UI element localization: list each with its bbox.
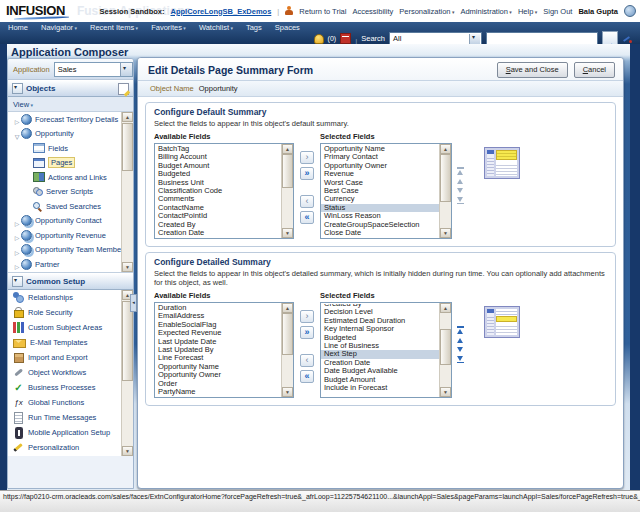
list-option[interactable]: Opportunity Owner: [321, 162, 440, 170]
list-option[interactable]: Budget Amount: [155, 162, 282, 170]
scrollbar-thumb[interactable]: [440, 329, 451, 365]
tree-item-opportunity-contact[interactable]: Opportunity Contact: [8, 214, 133, 229]
common-setup-item-personalization[interactable]: Personalization: [8, 440, 133, 455]
advanced-search-icon[interactable]: [622, 34, 632, 44]
remove-selected-icon[interactable]: ‹: [300, 354, 314, 367]
tree-item-opportunity[interactable]: Opportunity: [8, 127, 133, 142]
menu-favorites[interactable]: Favorites: [151, 23, 186, 32]
new-item-icon[interactable]: [118, 83, 129, 95]
expand-icon[interactable]: [13, 257, 21, 272]
common-setup-item-global-functions[interactable]: ƒxGlobal Functions: [8, 395, 133, 410]
expand-icon[interactable]: [13, 243, 21, 258]
help-menu[interactable]: Help: [518, 7, 537, 16]
common-setup-scrollbar[interactable]: [121, 290, 133, 456]
list-option[interactable]: Budgeted: [155, 170, 282, 178]
scroll-down-icon[interactable]: [440, 228, 451, 238]
menu-home[interactable]: Home: [8, 23, 28, 32]
common-setup-item-business-processes[interactable]: ✓Business Processes: [8, 380, 133, 395]
move-all-icon[interactable]: »: [300, 167, 314, 180]
view-menu-button[interactable]: View: [13, 100, 33, 109]
list-option[interactable]: Budgeted: [321, 334, 440, 342]
list-option[interactable]: Currency: [321, 195, 440, 203]
move-down-icon[interactable]: [457, 347, 463, 352]
list-option[interactable]: Decision Level: [321, 308, 440, 316]
list-option[interactable]: Creation Date: [155, 229, 282, 237]
common-setup-item-object-workflows[interactable]: Object Workflows: [8, 365, 133, 380]
list-option[interactable]: Worst Case: [321, 179, 440, 187]
scroll-down-icon[interactable]: [122, 446, 133, 456]
move-to-top-icon[interactable]: [457, 326, 464, 334]
objects-accordion-header[interactable]: Objects: [8, 80, 133, 97]
administration-menu[interactable]: Administration: [460, 7, 511, 16]
list-option[interactable]: Order: [155, 380, 282, 388]
common-setup-item-role-security[interactable]: Role Security: [8, 305, 133, 320]
scroll-up-icon[interactable]: [282, 144, 293, 154]
move-up-icon[interactable]: [457, 338, 463, 343]
move-down-icon[interactable]: [457, 188, 463, 193]
remove-selected-icon[interactable]: ‹: [300, 195, 314, 208]
common-setup-accordion-header[interactable]: Common Setup: [8, 273, 133, 290]
list-option-selected[interactable]: Next Step: [321, 350, 440, 358]
remove-all-icon[interactable]: «: [300, 211, 314, 224]
menu-navigator[interactable]: Navigator: [41, 23, 77, 32]
list-option[interactable]: ContactPointId: [155, 212, 282, 220]
scroll-down-icon[interactable]: [440, 387, 451, 397]
scroll-down-icon[interactable]: [122, 262, 133, 272]
tree-scrollbar[interactable]: [121, 112, 133, 272]
list-option-selected[interactable]: Status: [321, 204, 440, 212]
scrollbar-thumb[interactable]: [122, 123, 133, 171]
list-option[interactable]: Created By: [155, 221, 282, 229]
sign-out-link[interactable]: Sign Out: [543, 7, 572, 16]
tree-item-opportunity-revenue[interactable]: Opportunity Revenue: [8, 228, 133, 243]
menu-spaces[interactable]: Spaces: [275, 23, 300, 32]
move-selected-icon[interactable]: ›: [300, 151, 314, 164]
list-option[interactable]: Billing Account: [155, 153, 282, 161]
tree-item-partner[interactable]: Partner: [8, 257, 133, 272]
common-setup-item-import-and-export[interactable]: Import and Export: [8, 350, 133, 365]
list-option[interactable]: Opportunity Name: [321, 145, 440, 153]
application-select[interactable]: Sales: [54, 62, 133, 77]
collapse-icon[interactable]: [12, 83, 23, 94]
tree-item-opportunity-team-member[interactable]: Opportunity Team Member: [8, 243, 133, 258]
chevron-down-icon[interactable]: [120, 63, 132, 76]
list-option[interactable]: Classification Code: [155, 187, 282, 195]
list-option[interactable]: Business Unit: [155, 179, 282, 187]
tree-item-pages[interactable]: Pages: [8, 156, 133, 171]
available-fields-list[interactable]: BatchTag Billing Account Budget Amount B…: [154, 143, 294, 239]
tree-item-actions-and-links[interactable]: Actions and Links: [8, 170, 133, 185]
sidebar-collapse-handle[interactable]: [130, 294, 137, 312]
collapse-icon[interactable]: [13, 127, 21, 142]
save-and-close-button[interactable]: Save and Close: [497, 62, 568, 78]
list-scrollbar[interactable]: [281, 303, 293, 397]
list-option[interactable]: Primary Contact: [321, 153, 440, 161]
scrollbar-thumb[interactable]: [122, 301, 133, 381]
scroll-up-icon[interactable]: [440, 303, 451, 313]
list-option[interactable]: Opportunity Name: [155, 363, 282, 371]
selected-fields-list[interactable]: Opportunity Name Primary Contact Opportu…: [320, 143, 452, 239]
tree-item-saved-searches[interactable]: Saved Searches: [8, 199, 133, 214]
calendar-icon[interactable]: [340, 33, 351, 44]
common-setup-item-relationships[interactable]: Relationships: [8, 290, 133, 305]
expand-icon[interactable]: [13, 228, 21, 243]
menu-watchlist[interactable]: Watchlist: [199, 23, 233, 32]
list-option[interactable]: Revenue: [321, 170, 440, 178]
scroll-up-icon[interactable]: [282, 303, 293, 313]
common-setup-item-run-time-messages[interactable]: Run Time Messages: [8, 410, 133, 425]
tree-item-fields[interactable]: Fields: [8, 141, 133, 156]
list-option[interactable]: CreateGroupSpaceSelection: [321, 221, 440, 229]
list-option[interactable]: Last Update Date: [155, 338, 282, 346]
move-up-icon[interactable]: [457, 179, 463, 184]
list-option[interactable]: Line of Business: [321, 342, 440, 350]
session-sandbox-link[interactable]: ApplCoreLongSB_ExDemos: [170, 7, 271, 16]
menu-recent-items[interactable]: Recent Items: [90, 23, 138, 32]
list-option[interactable]: Date Budget Available: [321, 367, 440, 375]
move-to-bottom-icon[interactable]: [457, 356, 464, 364]
move-to-bottom-icon[interactable]: [457, 197, 464, 205]
move-to-top-icon[interactable]: [457, 167, 464, 175]
list-option[interactable]: Line Forecast: [155, 354, 282, 362]
scroll-up-icon[interactable]: [122, 112, 133, 122]
list-option[interactable]: EmailAddress: [155, 312, 282, 320]
common-setup-item-custom-subject-areas[interactable]: Custom Subject Areas: [8, 320, 133, 335]
list-option[interactable]: Last Updated By: [155, 346, 282, 354]
scrollbar-thumb[interactable]: [282, 154, 293, 188]
